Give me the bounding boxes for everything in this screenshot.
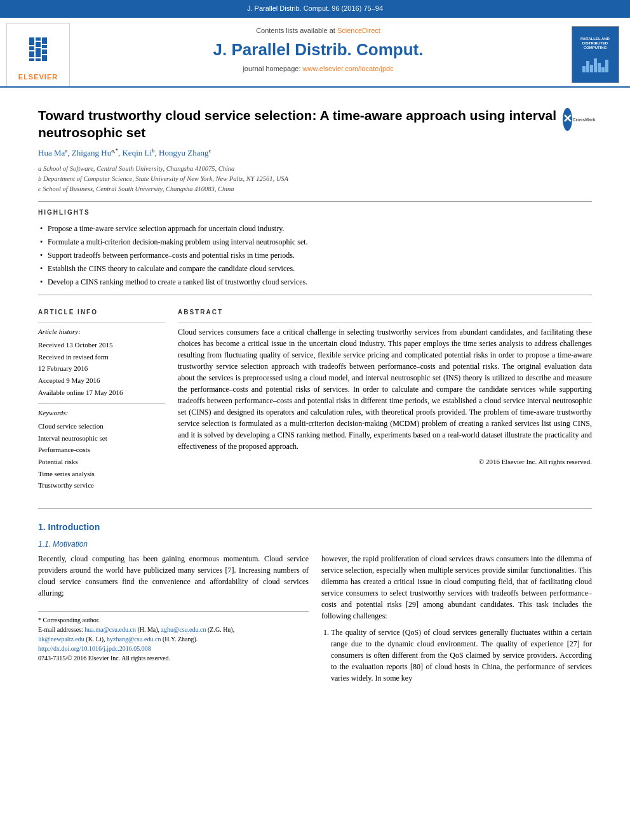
divider-body — [38, 508, 592, 509]
science-direct-link[interactable]: ScienceDirect — [337, 27, 380, 34]
history-section: Article history: Received 13 October 201… — [38, 326, 165, 398]
crossmark-icon: ✕ — [563, 108, 572, 131]
cover-title-text: PARALLEL ANDDISTRIBUTEDCOMPUTING — [580, 37, 610, 51]
introduction-section: 1. Introduction 1.1. Motivation Recently… — [38, 521, 592, 689]
author3-name[interactable]: Keqin Li — [122, 148, 152, 157]
info-abstract-columns: ARTICLE INFO Article history: Received 1… — [38, 302, 592, 497]
affiliations-block: a School of Software, Central South Univ… — [38, 164, 592, 194]
accepted-date: Accepted 9 May 2016 — [38, 375, 165, 387]
doi-anchor[interactable]: http://dx.doi.org/10.1016/j.jpdc.2016.05… — [38, 645, 151, 652]
journal-homepage-link[interactable]: www.elsevier.com/locate/jpdc — [303, 65, 394, 72]
intro-left-text: Recently, cloud computing has been gaini… — [38, 553, 309, 599]
keywords-label: Keywords: — [38, 408, 165, 419]
cover-chart — [582, 53, 608, 72]
article-info-column: ARTICLE INFO Article history: Received 1… — [38, 302, 165, 497]
email-link-2[interactable]: zghu@csu.edu.cn — [161, 626, 206, 633]
intro-left-column: Recently, cloud computing has been gaini… — [38, 553, 309, 689]
keyword-item: Cloud service selection — [38, 420, 165, 432]
revised-date: 12 February 2016 — [38, 363, 165, 375]
highlights-header: HIGHLIGHTS — [38, 208, 592, 217]
highlight-item: Support tradeoffs between performance–co… — [38, 249, 592, 262]
abstract-header: ABSTRACT — [178, 308, 592, 317]
divider-highlights — [38, 201, 592, 202]
elsevier-brand-text: ELSEVIER — [18, 72, 58, 82]
divider-article-info — [38, 295, 592, 295]
highlight-item: Formulate a multi-criterion decision-mak… — [38, 236, 592, 249]
issn-line: 0743-7315/© 2016 Elsevier Inc. All right… — [38, 653, 309, 663]
email-line: E-mail addresses: hua.ma@csu.edu.cn (H. … — [38, 625, 309, 644]
abstract-text: Cloud services consumers face a critical… — [178, 326, 592, 452]
science-direct-line: Contents lists available at ScienceDirec… — [83, 26, 554, 36]
journal-homepage: journal homepage: www.elsevier.com/locat… — [83, 64, 554, 74]
section1-1-title: 1.1. Motivation — [38, 539, 592, 550]
highlight-item: Propose a time-aware service selection a… — [38, 222, 592, 236]
affiliation-b: b Department of Computer Science, State … — [38, 174, 592, 184]
section1-title: 1. Introduction — [38, 521, 592, 534]
paper-title-block: Toward trustworthy cloud service selecti… — [38, 107, 592, 142]
footnote-area: * Corresponding author. E-mail addresses… — [38, 611, 309, 663]
history-label: Article history: — [38, 326, 165, 338]
keywords-list: Cloud service selection Interval neutros… — [38, 420, 165, 491]
crossmark-logo[interactable]: ✕ CrossMark — [566, 107, 592, 132]
keyword-item: Interval neutrosophic set — [38, 432, 165, 444]
journal-cover-image: PARALLEL ANDDISTRIBUTEDCOMPUTING — [566, 23, 624, 86]
elsevier-logo: ELSEVIER — [6, 23, 70, 86]
email-link-4[interactable]: hyzhang@csu.edu.cn — [107, 636, 161, 643]
affiliation-a: a School of Software, Central South Univ… — [38, 164, 592, 174]
doi-link: http://dx.doi.org/10.1016/j.jpdc.2016.05… — [38, 644, 309, 653]
challenges-list: The quality of service (QoS) of cloud se… — [321, 627, 592, 684]
challenge-item-1: The quality of service (QoS) of cloud se… — [331, 627, 592, 684]
affiliation-c: c School of Business, Central South Univ… — [38, 184, 592, 194]
keyword-item: Time series analysis — [38, 468, 165, 480]
journal-header: ELSEVIER Contents lists available at Sci… — [0, 18, 630, 88]
intro-right-column: however, the rapid proliferation of clou… — [321, 553, 592, 689]
intro-columns: Recently, cloud computing has been gaini… — [38, 553, 592, 689]
article-history-block: Article history: Received 13 October 201… — [38, 326, 165, 491]
email-link-3[interactable]: lik@newpaltz.edu — [38, 636, 84, 643]
keyword-item: Potential risks — [38, 456, 165, 468]
main-content: Toward trustworthy cloud service selecti… — [0, 88, 630, 698]
email-label: E-mail addresses: — [38, 626, 83, 633]
highlight-item: Develop a CINS ranking method to create … — [38, 276, 592, 289]
author2-name[interactable]: Zhigang Hu — [72, 148, 111, 157]
paper-title-text: Toward trustworthy cloud service selecti… — [38, 107, 560, 142]
keyword-item: Trustworthy service — [38, 479, 165, 491]
keyword-item: Performance-costs — [38, 444, 165, 456]
journal-reference-bar: J. Parallel Distrib. Comput. 96 (2016) 7… — [0, 0, 630, 18]
available-date: Available online 17 May 2016 — [38, 387, 165, 399]
abstract-column: ABSTRACT Cloud services consumers face a… — [178, 302, 592, 497]
highlight-item: Establish the CINS theory to calculate a… — [38, 262, 592, 276]
journal-title: J. Parallel Distrib. Comput. — [83, 38, 554, 61]
journal-center: Contents lists available at ScienceDirec… — [70, 23, 566, 86]
intro-right-text: however, the rapid proliferation of clou… — [321, 553, 592, 622]
copyright-notice: © 2016 Elsevier Inc. All rights reserved… — [178, 457, 592, 467]
author4-name[interactable]: Hongyu Zhang — [159, 148, 208, 157]
highlights-list: Propose a time-aware service selection a… — [38, 222, 592, 288]
authors-line: Hua Maa, Zhigang Hua,*, Keqin Lib, Hongy… — [38, 147, 592, 159]
email-link-1[interactable]: hua.ma@csu.edu.cn — [84, 626, 136, 633]
keywords-section: Keywords: Cloud service selection Interv… — [38, 408, 165, 491]
received-revised-label: Received in revised form — [38, 351, 165, 363]
corresponding-author-note: * Corresponding author. — [38, 615, 309, 625]
received-date: Received 13 October 2015 — [38, 339, 165, 351]
author1-name[interactable]: Hua Ma — [38, 148, 65, 157]
journal-reference-text: J. Parallel Distrib. Comput. 96 (2016) 7… — [247, 4, 383, 13]
article-info-header: ARTICLE INFO — [38, 308, 165, 317]
